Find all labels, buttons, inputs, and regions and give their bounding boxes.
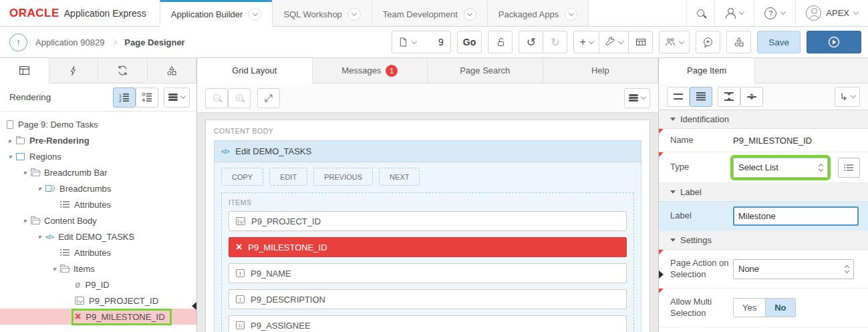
create-menu-button[interactable]: + [573,31,599,53]
create-utilities-group: + [573,31,653,53]
breadcrumb-application[interactable]: Application 90829 [35,37,104,47]
center-tab[interactable]: Page Search [428,58,543,83]
tree-item[interactable]: Items [0,261,196,277]
tree-caret-icon[interactable] [35,233,44,240]
header-tab[interactable]: Application Builder [160,0,273,27]
select-spinner-icon [841,266,849,273]
chevron-down-icon[interactable] [249,8,261,21]
redo-button[interactable]: ↻ [543,31,567,53]
undo-redo-group: ↺ ↻ [519,31,567,53]
header-tabs: Application Builder SQL Workshop Team De… [160,0,589,26]
tree-caret-icon[interactable] [35,185,44,192]
rendering-menu-button[interactable] [164,88,190,108]
expand-layout-button[interactable] [257,88,280,108]
page-number-input[interactable] [422,37,450,47]
team-development-button[interactable] [659,31,690,53]
grid-layout-menu-button[interactable] [624,88,650,108]
tree-item[interactable]: Regions [0,148,196,164]
name-value[interactable]: P9_MILESTONE_ID [733,136,812,146]
tab-processing[interactable] [98,58,148,83]
run-page-button[interactable] [807,31,861,53]
layout-item[interactable]: P9_PROJECT_ID [229,211,627,231]
tree-caret-icon[interactable] [5,137,15,144]
type-select[interactable]: Select List [733,158,828,178]
search-button[interactable] [686,0,714,26]
tree-item[interactable]: Attributes [0,244,196,261]
region-button[interactable]: COPY [221,168,263,186]
tab-page-shared-components[interactable] [148,58,197,83]
lock-button[interactable] [488,31,513,53]
tree-item[interactable]: Attributes [0,196,196,212]
go-to-application-button[interactable] [9,33,27,51]
sort-by-type-button[interactable] [136,88,158,108]
layout-columns-button[interactable] [628,31,653,53]
sort-by-order-button[interactable]: 12 [113,88,136,108]
center-tab[interactable]: Messages 1 [313,58,428,83]
layout-item[interactable]: P9_DESCRIPTION [229,289,627,309]
menu-stack-icon [629,94,638,96]
tree-item[interactable]: Breadcrumbs [0,180,196,196]
tree-item-content: P9_MILESTONE_ID [74,311,170,323]
header-tab[interactable]: SQL Workshop [272,0,371,26]
show-common-button[interactable] [667,87,690,107]
toggle-yes-button[interactable]: Yes [734,299,766,317]
grid-layout-toolbar: − + [197,84,658,113]
region-edit-demo-tasks[interactable]: Edit DEMO_TASKS COPYEDITPREVIOUSNEXT ITE… [214,140,641,332]
header-tab-label: Team Development [383,9,458,19]
expand-all-button[interactable] [740,87,763,107]
region-button[interactable]: EDIT [269,168,307,186]
shared-components-button[interactable] [726,31,751,53]
chevron-down-icon[interactable] [348,8,361,21]
center-tab[interactable]: Grid Layout [197,58,313,83]
section-settings[interactable]: Settings [659,231,868,250]
layout-item[interactable]: P9_MILESTONE_ID [229,237,627,257]
tree-caret-icon[interactable] [49,265,59,273]
tree-caret-icon[interactable] [20,217,29,224]
toggle-no-button[interactable]: No [766,299,794,317]
utilities-menu-button[interactable] [599,31,629,53]
tree-item[interactable]: P9_MILESTONE_ID [0,309,196,325]
tree-item[interactable]: Breadcrumb Bar [0,164,196,180]
feedback-button[interactable] [696,31,720,53]
collapse-all-button[interactable] [718,87,740,107]
user-menu-button[interactable]: APEX [795,0,868,26]
section-identification[interactable]: Identification [659,110,868,129]
header-tab[interactable]: Packaged Apps [487,0,589,26]
tree-item[interactable]: Page 9: Demo Tasks [0,116,196,132]
center-tab[interactable]: Help [543,58,659,83]
administration-menu-button[interactable] [714,0,754,26]
tab-rendering[interactable] [0,58,49,83]
go-to-group-button[interactable]: ↳ [835,87,860,107]
page-action-select[interactable]: None [733,259,854,279]
right-splitter-handle[interactable] [659,271,664,279]
zoom-out-button[interactable]: − [205,88,228,108]
zoom-in-button[interactable]: + [228,88,251,108]
tree-item[interactable]: Content Body [0,212,196,228]
type-lov-button[interactable] [838,158,860,178]
tree-item[interactable]: P9_ID [0,277,196,293]
region-button[interactable]: NEXT [379,168,420,186]
undo-button[interactable]: ↺ [519,31,543,53]
help-menu-button[interactable] [754,0,795,26]
tree-caret-icon[interactable] [20,169,29,176]
show-all-button[interactable] [690,87,712,107]
chevron-down-icon[interactable] [565,8,577,21]
section-label[interactable]: Label [659,183,868,202]
tree-caret-icon[interactable] [5,153,15,160]
layout-item[interactable]: P9_NAME [229,263,627,283]
header-tab[interactable]: Team Development [372,0,487,26]
layout-item[interactable]: P9_ASSIGNEE [229,315,627,332]
tree-item[interactable]: P9_PROJECT_ID [0,293,196,309]
save-button[interactable]: Save [757,31,801,53]
page-finder-button[interactable] [392,31,422,53]
chevron-down-icon[interactable] [464,8,476,21]
rendering-tree: Page 9: Demo Tasks Pre-Rendering Regions [0,112,196,332]
tab-dynamic-actions[interactable] [49,58,99,83]
tab-page-item[interactable]: Page Item [659,58,755,83]
tree-item[interactable]: Pre-Rendering [0,132,196,148]
tree-item[interactable]: Edit DEMO_TASKS [0,228,196,244]
left-splitter-handle[interactable] [192,302,196,310]
label-input[interactable] [733,206,859,226]
region-button[interactable]: PREVIOUS [313,168,373,186]
go-button[interactable]: Go [457,31,482,53]
